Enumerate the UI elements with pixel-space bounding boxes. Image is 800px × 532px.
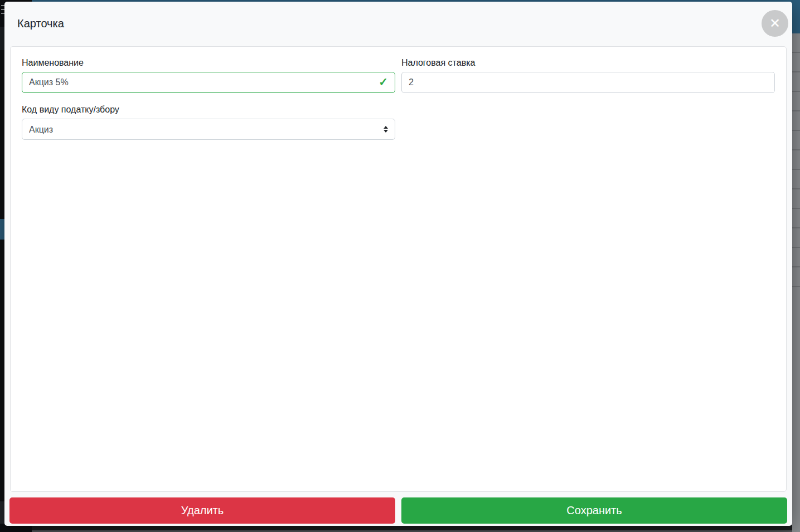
close-icon: ✕	[769, 16, 780, 31]
tax-rate-field-group: Налоговая ставка	[401, 58, 775, 93]
save-button[interactable]: Сохранить	[401, 497, 787, 524]
card-modal: Карточка ✕ Наименование ✓ Налоговая став…	[4, 2, 792, 526]
tax-code-label: Код виду податку/збору	[22, 105, 395, 115]
name-field-group: Наименование ✓	[22, 58, 395, 93]
tax-rate-input[interactable]	[401, 72, 775, 93]
form-card: Наименование ✓ Налоговая ставка Код виду…	[10, 46, 787, 492]
close-button[interactable]: ✕	[762, 10, 788, 37]
modal-footer: Удалить Сохранить	[9, 497, 787, 524]
name-label: Наименование	[22, 58, 395, 68]
tax-rate-label: Налоговая ставка	[401, 58, 775, 68]
tax-code-field-group: Код виду податку/збору Акциз	[22, 105, 395, 140]
delete-button[interactable]: Удалить	[9, 497, 395, 524]
name-input[interactable]	[22, 72, 395, 93]
background-content-strip	[792, 291, 800, 532]
background-table-rows-strip	[792, 33, 800, 291]
tax-code-select[interactable]: Акциз	[22, 119, 395, 140]
modal-title: Карточка	[17, 17, 64, 30]
